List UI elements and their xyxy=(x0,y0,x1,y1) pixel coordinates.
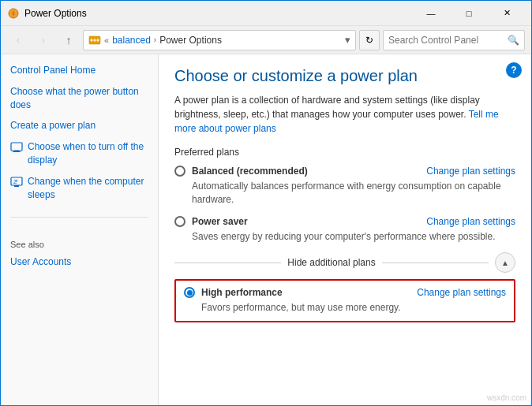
balanced-plan-desc: Automatically balances performance with … xyxy=(192,180,515,207)
sidebar-label: Choose what the power button does xyxy=(10,85,148,112)
preferred-plans-header: Preferred plans xyxy=(174,147,515,158)
breadcrumb-arrow: › xyxy=(154,35,156,44)
balanced-plan-name-row: Balanced (recommended) xyxy=(174,166,308,177)
hide-additional-label: Hide additional plans xyxy=(287,257,375,268)
sidebar: Control Panel Home Choose what the power… xyxy=(1,54,159,405)
sleep-icon: Z z xyxy=(10,176,23,188)
balanced-plan-row: Balanced (recommended) Change plan setti… xyxy=(174,166,515,207)
high-performance-name-row: High performance xyxy=(184,287,283,298)
see-also-label: See also xyxy=(10,240,148,249)
power-saver-change-link[interactable]: Change plan settings xyxy=(426,216,515,227)
back-button[interactable]: ‹ xyxy=(7,29,29,51)
sidebar-item-user-accounts[interactable]: User Accounts xyxy=(10,255,148,269)
main-area: Control Panel Home Choose what the power… xyxy=(1,54,531,405)
close-button[interactable]: ✕ xyxy=(489,1,525,26)
up-button[interactable]: ↑ xyxy=(58,29,80,51)
breadcrumb-current: Power Options xyxy=(159,35,222,46)
power-saver-plan-row: Power saver Change plan settings Saves e… xyxy=(174,216,515,244)
breadcrumb-hardware[interactable]: balanced xyxy=(112,35,151,46)
high-performance-highlight: High performance Change plan settings Fa… xyxy=(174,279,515,322)
balanced-plan-name: Balanced (recommended) xyxy=(192,166,308,177)
description-text: A power plan is a collection of hardware… xyxy=(174,95,480,120)
radio-dot xyxy=(187,290,193,296)
maximize-button[interactable]: □ xyxy=(451,1,487,26)
window-controls: — □ ✕ xyxy=(413,1,525,26)
watermark: wsxdn.com xyxy=(487,393,526,402)
window-icon xyxy=(7,7,20,20)
sidebar-item-power-button[interactable]: Choose what the power button does xyxy=(10,85,148,112)
breadcrumb-dropdown-button[interactable]: ▾ xyxy=(345,34,350,46)
balanced-change-link[interactable]: Change plan settings xyxy=(426,166,515,177)
monitor-icon xyxy=(10,141,23,154)
high-performance-radio[interactable] xyxy=(184,287,195,298)
collapse-button[interactable]: ▲ xyxy=(495,252,515,273)
content-panel: ? Choose or customize a power plan A pow… xyxy=(159,54,531,405)
sidebar-item-sleep[interactable]: Z z Change when the computer sleeps xyxy=(10,175,148,202)
sidebar-item-turn-off-display[interactable]: Choose when to turn off the display xyxy=(10,140,148,167)
sidebar-item-create-plan[interactable]: Create a power plan xyxy=(10,119,148,132)
svg-point-3 xyxy=(94,39,96,41)
divider-left xyxy=(174,263,281,263)
svg-rect-7 xyxy=(13,151,21,152)
sidebar-label: User Accounts xyxy=(10,255,71,269)
forward-button[interactable]: › xyxy=(32,29,54,51)
breadcrumb: « balanced › Power Options ▾ xyxy=(83,30,356,50)
power-saver-plan-desc: Saves energy by reducing your computer's… xyxy=(192,230,515,244)
high-performance-plan-row: High performance Change plan settings Fa… xyxy=(174,279,515,322)
breadcrumb-separator-1: « xyxy=(104,35,109,45)
see-also-section: See also User Accounts xyxy=(10,217,148,269)
nav-bar: ‹ › ↑ « balanced › Power Options ▾ ↻ 🔍 xyxy=(1,26,531,54)
power-saver-radio[interactable] xyxy=(174,216,185,227)
svg-text:z: z xyxy=(16,178,18,183)
window-title: Power Options xyxy=(24,8,413,19)
sidebar-label: Create a power plan xyxy=(10,119,96,132)
title-bar: Power Options — □ ✕ xyxy=(1,1,531,26)
minimize-button[interactable]: — xyxy=(413,1,449,26)
power-saver-plan-name: Power saver xyxy=(192,216,248,227)
sidebar-label: Change when the computer sleeps xyxy=(28,175,148,202)
help-button[interactable]: ? xyxy=(506,62,522,78)
search-box: 🔍 xyxy=(383,30,525,50)
refresh-button[interactable]: ↻ xyxy=(359,30,380,50)
sidebar-item-control-panel-home[interactable]: Control Panel Home xyxy=(10,64,148,77)
high-performance-plan-desc: Favors performance, but may use more ene… xyxy=(201,301,506,315)
svg-point-4 xyxy=(97,39,99,41)
svg-rect-9 xyxy=(14,185,19,187)
sidebar-label: Choose when to turn off the display xyxy=(28,140,148,167)
search-button[interactable]: 🔍 xyxy=(508,35,519,46)
svg-rect-5 xyxy=(11,143,22,151)
breadcrumb-icon xyxy=(88,34,101,47)
content-description: A power plan is a collection of hardware… xyxy=(174,93,515,136)
sidebar-label: Control Panel Home xyxy=(10,64,96,77)
power-saver-plan-top: Power saver Change plan settings xyxy=(174,216,515,227)
svg-point-2 xyxy=(91,39,93,41)
divider-right xyxy=(382,263,489,263)
additional-plans-divider: Hide additional plans ▲ xyxy=(174,252,515,273)
high-performance-change-link[interactable]: Change plan settings xyxy=(417,287,506,298)
balanced-plan-top: Balanced (recommended) Change plan setti… xyxy=(174,166,515,177)
high-performance-plan-top: High performance Change plan settings xyxy=(184,287,506,298)
window: Power Options — □ ✕ ‹ › ↑ « balanced › P… xyxy=(0,0,532,406)
page-title: Choose or customize a power plan xyxy=(174,67,515,85)
balanced-radio[interactable] xyxy=(174,166,185,177)
high-performance-plan-name: High performance xyxy=(201,287,283,298)
power-saver-name-row: Power saver xyxy=(174,216,248,227)
search-input[interactable] xyxy=(388,35,508,46)
